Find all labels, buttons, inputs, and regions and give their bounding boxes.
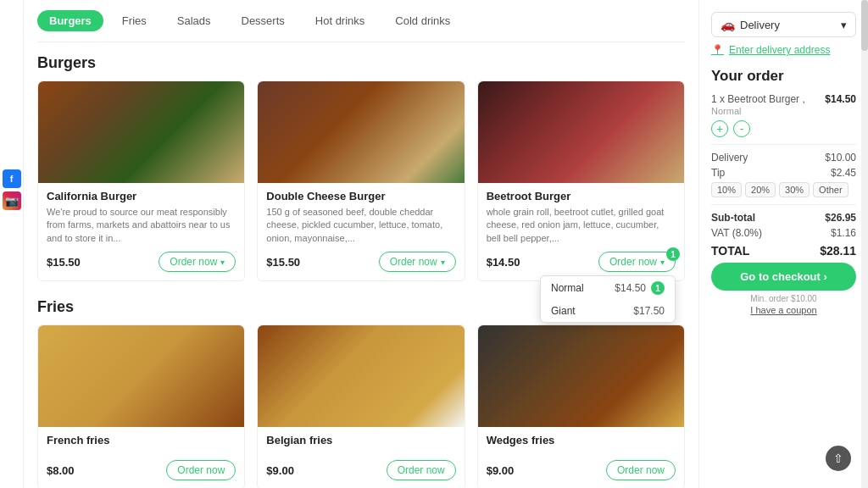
product-card-beetroot: Beetroot Burger whole grain roll, beetro… <box>477 80 685 281</box>
nav-item-cold-drinks[interactable]: Cold drinks <box>383 10 462 31</box>
scrollbar[interactable] <box>861 0 868 488</box>
divider-1 <box>711 144 856 145</box>
min-order-text: Min. order $10.00 <box>711 294 856 303</box>
dropdown-giant-price: $17.50 <box>633 305 665 317</box>
order-item-price: $14.50 <box>825 93 856 105</box>
belgianfries-price: $9.00 <box>266 464 294 477</box>
product-card-belgianfries: Belgian fries $9.00 Order now <box>257 324 465 488</box>
tip-other-btn[interactable]: Other <box>813 182 849 197</box>
order-item-qty: 1 x Beetroot Burger , <box>711 93 805 105</box>
facebook-icon[interactable]: f <box>3 169 21 188</box>
dropdown-normal-price: $14.50 <box>615 282 646 294</box>
beetroot-burger-badge: 1 <box>666 247 680 261</box>
subtotal-row: Sub-total $26.95 <box>711 212 856 224</box>
tip-label: Tip <box>711 167 725 179</box>
wedgesfries-image <box>478 325 684 427</box>
delivery-address-text[interactable]: Enter delivery address <box>729 44 830 56</box>
belgianfries-order-btn[interactable]: Order now <box>387 460 456 480</box>
doublecheese-burger-name: Double Cheese Burger <box>266 190 455 202</box>
burgers-section-title: Burgers <box>37 54 685 72</box>
california-burger-desc: We're proud to source our meat responsib… <box>47 206 236 245</box>
nav-bar: Burgers Fries Salads Desserts Hot drinks… <box>37 0 685 42</box>
total-row: TOTAL $28.11 <box>711 244 856 258</box>
delivery-label-text: Delivery <box>740 19 780 31</box>
delivery-fee-label: Delivery <box>711 152 748 164</box>
scroll-to-top-btn[interactable]: ⇧ <box>826 446 851 471</box>
subtotal-label: Sub-total <box>711 212 755 224</box>
nav-item-salads[interactable]: Salads <box>165 10 223 31</box>
tip-10-btn[interactable]: 10% <box>711 182 742 197</box>
car-icon: 🚗 <box>721 18 735 31</box>
beetroot-burger-name: Beetroot Burger <box>487 190 676 202</box>
subtotal-value: $26.95 <box>825 212 856 224</box>
order-item-variant: Normal <box>711 106 741 116</box>
belgianfries-image <box>258 325 464 427</box>
beetroot-burger-image <box>478 81 684 183</box>
california-burger-name: California Burger <box>47 190 236 202</box>
scrollbar-thumb[interactable] <box>861 0 868 51</box>
delivery-selector[interactable]: 🚗 Delivery ▾ <box>711 12 856 37</box>
nav-item-hot-drinks[interactable]: Hot drinks <box>303 10 377 31</box>
frenchfries-image <box>38 325 244 427</box>
wedgesfries-price: $9.00 <box>487 464 515 477</box>
dropdown-option-normal[interactable]: Normal $14.50 1 <box>541 276 675 300</box>
beetroot-burger-order-btn[interactable]: Order now ▾ 1 <box>598 252 676 272</box>
beetroot-burger-price: $14.50 <box>487 256 520 269</box>
wedgesfries-name: Wedges fries <box>487 434 676 446</box>
checkout-button[interactable]: Go to checkout › <box>711 263 856 291</box>
tip-value: $2.45 <box>831 167 856 179</box>
belgianfries-name: Belgian fries <box>266 434 455 446</box>
order-title: Your order <box>711 68 856 85</box>
product-card-frenchfries: French fries $8.00 Order now <box>37 324 245 488</box>
frenchfries-name: French fries <box>47 434 236 446</box>
frenchfries-price: $8.00 <box>47 464 75 477</box>
coupon-link[interactable]: I have a coupon <box>711 305 856 315</box>
beetroot-burger-desc: whole grain roll, beetroot cutlet, grill… <box>487 206 676 245</box>
social-bar: f 📷 <box>0 0 24 488</box>
doublecheese-burger-order-btn[interactable]: Order now ▾ <box>379 252 456 272</box>
product-card-doublecheese: Double Cheese Burger 150 g of seasoned b… <box>257 80 465 281</box>
doublecheese-burger-desc: 150 g of seasoned beef, double cheddar c… <box>266 206 455 245</box>
location-icon: 📍 <box>711 44 724 56</box>
nav-item-burgers[interactable]: Burgers <box>37 10 103 31</box>
tip-options: 10% 20% 30% Other <box>711 182 856 197</box>
burgers-grid: California Burger We're proud to source … <box>37 80 685 281</box>
order-sidebar: 🚗 Delivery ▾ 📍 Enter delivery address Yo… <box>698 0 868 488</box>
product-card-california: California Burger We're proud to source … <box>37 80 245 281</box>
delivery-fee-row: Delivery $10.00 <box>711 152 856 164</box>
california-burger-price: $15.50 <box>47 256 81 269</box>
frenchfries-order-btn[interactable]: Order now <box>166 460 236 480</box>
dropdown-normal-label: Normal <box>551 282 584 294</box>
qty-controls: + - <box>711 120 856 137</box>
california-burger-image <box>38 81 244 183</box>
tip-30-btn[interactable]: 30% <box>779 182 810 197</box>
tip-20-btn[interactable]: 20% <box>745 182 776 197</box>
nav-item-fries[interactable]: Fries <box>110 10 159 31</box>
divider-2 <box>711 204 856 205</box>
nav-item-desserts[interactable]: Desserts <box>230 10 297 31</box>
qty-increase-btn[interactable]: + <box>711 120 728 137</box>
product-card-wedgesfries: Wedges fries $9.00 Order now <box>477 324 685 488</box>
california-burger-order-btn[interactable]: Order now ▾ <box>159 252 236 272</box>
doublecheese-burger-price: $15.50 <box>266 256 300 269</box>
dropdown-option-giant[interactable]: Giant $17.50 <box>541 300 675 322</box>
doublecheese-burger-image <box>258 81 464 183</box>
beetroot-burger-dropdown: Normal $14.50 1 Giant $17.50 <box>540 275 676 323</box>
vat-label: VAT (8.0%) <box>711 227 762 239</box>
total-value: $28.11 <box>820 244 856 258</box>
dropdown-giant-label: Giant <box>551 305 576 317</box>
order-item-row: 1 x Beetroot Burger , Normal $14.50 <box>711 93 856 117</box>
instagram-icon[interactable]: 📷 <box>3 191 21 210</box>
tip-row: Tip $2.45 <box>711 167 856 179</box>
delivery-address-link[interactable]: 📍 Enter delivery address <box>711 44 856 56</box>
vat-row: VAT (8.0%) $1.16 <box>711 227 856 239</box>
dropdown-normal-badge: 1 <box>651 281 665 295</box>
delivery-fee-value: $10.00 <box>825 152 856 164</box>
qty-decrease-btn[interactable]: - <box>733 120 750 137</box>
delivery-chevron-icon: ▾ <box>841 19 847 31</box>
wedgesfries-order-btn[interactable]: Order now <box>606 460 676 480</box>
main-content: Burgers Fries Salads Desserts Hot drinks… <box>24 0 698 488</box>
total-label: TOTAL <box>711 244 749 258</box>
fries-grid: French fries $8.00 Order now Belgian fri… <box>37 324 685 488</box>
vat-value: $1.16 <box>831 227 856 239</box>
